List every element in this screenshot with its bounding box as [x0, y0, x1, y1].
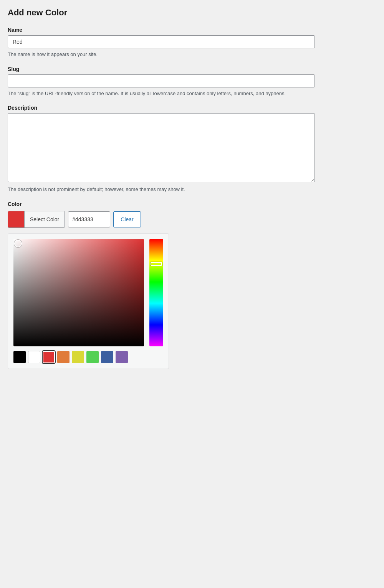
name-label: Name [8, 27, 353, 33]
preset-swatch-white[interactable] [28, 351, 40, 363]
preset-swatch-yellow[interactable] [72, 351, 84, 363]
page-title: Add new Color [8, 8, 353, 18]
preset-swatch-red[interactable] [43, 351, 55, 363]
name-input[interactable] [8, 35, 315, 48]
clear-color-button[interactable]: Clear [113, 211, 141, 227]
slug-hint: The “slug” is the URL-friendly version o… [8, 90, 315, 97]
preset-swatch-green[interactable] [86, 351, 99, 363]
name-hint: The name is how it appears on your site. [8, 51, 315, 58]
color-controls: Select Color Clear [8, 211, 353, 228]
color-field-group: Color Select Color Clear [8, 201, 353, 369]
preset-swatches-row [13, 351, 163, 363]
hue-cursor [151, 262, 162, 266]
color-label: Color [8, 201, 353, 207]
color-gradient-area[interactable] [13, 239, 144, 346]
slug-label: Slug [8, 66, 353, 72]
preset-swatch-purple[interactable] [116, 351, 128, 363]
select-color-text: Select Color [24, 211, 65, 227]
preset-swatch-blue[interactable] [101, 351, 113, 363]
description-label: Description [8, 105, 353, 111]
gradient-cursor [14, 240, 22, 247]
description-input[interactable] [8, 113, 315, 182]
description-hint: The description is not prominent by defa… [8, 186, 315, 193]
color-swatch-preview [8, 211, 24, 227]
preset-swatch-black[interactable] [13, 351, 26, 363]
color-picker-top [13, 239, 163, 346]
description-field-group: Description The description is not promi… [8, 105, 353, 193]
slug-input[interactable] [8, 74, 315, 87]
page-container: Add new Color Name The name is how it ap… [8, 8, 353, 369]
preset-swatch-orange[interactable] [57, 351, 70, 363]
gradient-dark [13, 239, 144, 346]
color-picker [8, 233, 169, 369]
slug-field-group: Slug The “slug” is the URL-friendly vers… [8, 66, 353, 97]
color-hex-input[interactable] [68, 211, 110, 227]
select-color-button[interactable]: Select Color [8, 211, 65, 228]
name-field-group: Name The name is how it appears on your … [8, 27, 353, 58]
hue-strip[interactable] [149, 239, 163, 346]
